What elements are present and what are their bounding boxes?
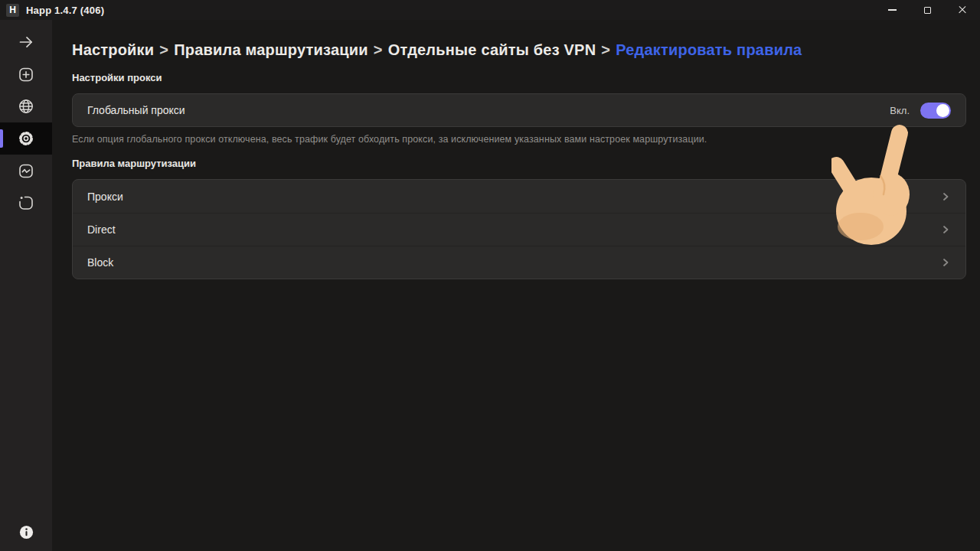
global-proxy-label: Глобальный прокси (87, 104, 185, 116)
breadcrumb: Настройки>Правила маршрутизации>Отдельны… (72, 41, 966, 59)
rule-label: Block (87, 256, 113, 269)
toggle-state-label: Вкл. (890, 105, 910, 116)
close-button[interactable] (945, 0, 980, 20)
routing-rules-section-label: Правила маршрутизации (72, 158, 966, 169)
breadcrumb-edit-rules: Редактировать правила (616, 41, 802, 58)
rule-row-block[interactable]: Block (73, 246, 965, 279)
sidebar (0, 20, 52, 551)
global-proxy-note: Если опция глобального прокси отключена,… (72, 134, 966, 145)
gear-icon (17, 129, 35, 148)
window-controls (874, 0, 980, 20)
app-title: Happ 1.4.7 (406) (26, 5, 104, 16)
sidebar-item-servers[interactable] (0, 90, 52, 122)
global-proxy-row[interactable]: Глобальный прокси Вкл. (73, 94, 965, 126)
globe-icon (17, 97, 35, 116)
scan-icon (17, 194, 35, 212)
info-button[interactable] (16, 523, 36, 543)
breadcrumb-separator: > (601, 41, 610, 58)
breadcrumb-separator: > (374, 41, 383, 58)
sidebar-bottom (0, 523, 52, 543)
rule-label: Прокси (87, 191, 123, 203)
routing-rules-group: Прокси Direct Block (72, 179, 966, 279)
app-logo-icon: H (6, 4, 19, 17)
global-proxy-card: Глобальный прокси Вкл. (72, 93, 966, 127)
close-icon (958, 5, 967, 15)
minimize-button[interactable] (874, 0, 910, 20)
main-content: Настройки>Правила маршрутизации>Отдельны… (52, 20, 980, 551)
activity-icon (17, 161, 35, 180)
info-icon (19, 525, 34, 543)
sidebar-item-add-profile[interactable] (0, 58, 52, 90)
sidebar-item-routing[interactable] (0, 187, 52, 219)
sidebar-item-stats[interactable] (0, 155, 52, 187)
chevron-right-icon (940, 224, 951, 235)
sidebar-item-settings[interactable] (0, 122, 52, 155)
breadcrumb-settings[interactable]: Настройки (72, 41, 154, 58)
chevron-right-icon (940, 257, 951, 268)
rule-row-proxy[interactable]: Прокси (73, 180, 965, 213)
maximize-icon (924, 7, 931, 14)
minimize-icon (888, 9, 897, 10)
titlebar: H Happ 1.4.7 (406) (0, 0, 980, 20)
breadcrumb-sites-without-vpn[interactable]: Отдельные сайты без VPN (388, 41, 596, 58)
toggle-knob (936, 104, 949, 117)
chevron-right-icon (940, 191, 951, 202)
breadcrumb-separator: > (159, 41, 168, 58)
rule-row-direct[interactable]: Direct (73, 213, 965, 246)
arrow-right-icon (17, 33, 35, 51)
proxy-settings-section-label: Настройки прокси (72, 72, 966, 83)
breadcrumb-routing-rules[interactable]: Правила маршрутизации (174, 41, 368, 58)
sidebar-nav (0, 26, 52, 219)
maximize-button[interactable] (910, 0, 945, 20)
rule-label: Direct (87, 223, 116, 236)
global-proxy-toggle[interactable] (920, 103, 951, 119)
plus-square-icon (17, 65, 35, 83)
sidebar-item-connect[interactable] (0, 26, 52, 58)
